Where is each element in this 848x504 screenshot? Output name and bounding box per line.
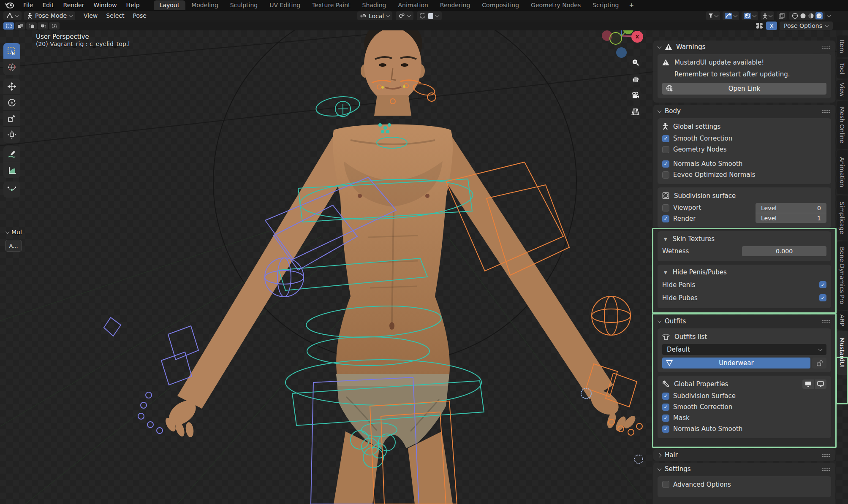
panel-settings-header[interactable]: Settings [653, 463, 835, 475]
zoom-icon[interactable] [629, 56, 642, 69]
tool-select-box[interactable] [3, 43, 20, 59]
checkbox-smooth-correction[interactable]: ✓ [662, 135, 669, 142]
checkbox-gp-normals-auto-smooth[interactable]: ✓ [662, 425, 669, 433]
outfit-lock-button[interactable] [812, 358, 826, 369]
mirror-x-toggle[interactable]: X [766, 22, 777, 30]
workspace-tab-shading[interactable]: Shading [356, 0, 392, 10]
shading-wireframe-button[interactable] [791, 12, 799, 19]
tool-scale[interactable] [3, 111, 20, 127]
xray-pose-dropdown[interactable] [761, 11, 774, 20]
checkbox-hide-pubes[interactable]: ✓ [819, 294, 826, 301]
menu-help[interactable]: Help [122, 1, 144, 9]
workspace-tab-texture-paint[interactable]: Texture Paint [306, 0, 356, 10]
checkbox-eevee-optimized-normals[interactable] [662, 171, 669, 179]
panel-outfits-header[interactable]: Outfits [653, 315, 835, 328]
render-monitor-icon[interactable] [815, 379, 826, 389]
shading-options-chevron[interactable] [827, 13, 831, 17]
viewport-monitor-icon[interactable] [802, 379, 814, 389]
workspace-tab-sculpting[interactable]: Sculpting [224, 0, 264, 10]
workspace-tab-uv-editing[interactable]: UV Editing [264, 0, 306, 10]
menu-render[interactable]: Render [59, 1, 89, 9]
blender-logo-icon[interactable] [4, 1, 15, 9]
tool-rotate[interactable] [3, 95, 20, 111]
sidebar-tab-tool[interactable]: Tool [837, 59, 848, 79]
workspace-tab-modeling[interactable]: Modeling [185, 0, 224, 10]
add-workspace-button[interactable]: + [625, 0, 638, 10]
shading-solid-button[interactable] [799, 12, 807, 19]
overlays-toggle[interactable] [742, 11, 758, 20]
sidebar-tab-view[interactable]: View [837, 80, 848, 100]
checkbox-geometry-nodes[interactable] [662, 146, 669, 153]
shading-material-button[interactable] [807, 12, 815, 19]
subdiv-viewport-level-field[interactable]: Level 0 [756, 203, 826, 213]
panel-drag-grip[interactable] [822, 109, 831, 113]
snapping-dropdown[interactable] [396, 11, 413, 20]
pan-hand-icon[interactable] [629, 72, 642, 85]
tool-cursor[interactable] [3, 59, 20, 75]
workspace-tab-layout[interactable]: Layout [154, 0, 186, 10]
menu-view[interactable]: View [79, 11, 102, 20]
pose-options-dropdown[interactable]: Pose Options [780, 22, 833, 30]
tool-measure[interactable] [3, 162, 20, 178]
checkbox-gp-mask[interactable]: ✓ [662, 415, 669, 422]
gizmos-toggle[interactable] [723, 11, 739, 20]
checkbox-hide-penis[interactable]: ✓ [819, 281, 826, 288]
workspace-tab-rendering[interactable]: Rendering [434, 0, 476, 10]
sidebar-tab-bone-dynamics-pro[interactable]: Bone Dynamics Pro [837, 241, 848, 310]
menu-file[interactable]: File [19, 1, 38, 9]
tool-move[interactable] [3, 79, 20, 95]
menu-window[interactable]: Window [89, 1, 121, 9]
subdiv-render-level-field[interactable]: Level 1 [756, 213, 826, 223]
hide-subpanel-header[interactable]: ▼ Hide Penis/Pubes [662, 266, 826, 278]
select-mode-subtract-button[interactable] [26, 22, 37, 30]
transform-orientation-dropdown[interactable]: Local [357, 11, 392, 20]
tool-transform[interactable] [3, 127, 20, 143]
mode-selector[interactable]: Pose Mode [24, 11, 75, 20]
sidebar-tab-arp[interactable]: ARP [837, 311, 848, 330]
sidebar-tab-mustardui[interactable]: MustardUI [837, 331, 848, 375]
gizmo-minus-y-axis[interactable] [609, 32, 622, 45]
menu-pose[interactable]: Pose [128, 11, 150, 20]
perspective-grid-icon[interactable] [629, 105, 642, 118]
outfit-select-dropdown[interactable]: Default [662, 344, 826, 355]
checkbox-subdiv-viewport[interactable] [662, 204, 669, 211]
panel-drag-grip[interactable] [822, 467, 831, 471]
workspace-tab-animation[interactable]: Animation [392, 0, 434, 10]
select-mode-new-button[interactable] [3, 22, 14, 30]
shading-rendered-button[interactable] [815, 12, 823, 19]
checkbox-normals-auto-smooth[interactable]: ✓ [662, 160, 669, 168]
outfit-underwear-button[interactable]: Underwear [662, 358, 810, 369]
sidebar-tab-mesh-online[interactable]: Mesh Online [837, 101, 848, 149]
panel-body-header[interactable]: Body [653, 105, 835, 117]
camera-view-icon[interactable] [629, 89, 642, 102]
checkbox-gp-smooth-correction[interactable]: ✓ [662, 404, 669, 411]
menu-edit[interactable]: Edit [38, 1, 58, 9]
workspace-tab-compositing[interactable]: Compositing [476, 0, 525, 10]
checkbox-advanced-options[interactable] [662, 481, 669, 488]
panel-hair-header[interactable]: Hair [653, 449, 835, 461]
panel-warnings-header[interactable]: Warnings [653, 41, 835, 53]
workspace-tab-scripting[interactable]: Scripting [587, 0, 625, 10]
checkbox-subdiv-render[interactable]: ✓ [662, 215, 669, 222]
sidebar-tab-item[interactable]: Item [837, 35, 848, 57]
gizmo-x-axis[interactable]: X [631, 31, 643, 43]
panel-drag-grip[interactable] [822, 320, 831, 323]
skin-textures-subpanel-header[interactable]: ▼ Skin Textures [662, 233, 826, 245]
sidebar-tab-simplicage[interactable]: Simplicage [837, 195, 848, 240]
workspace-tab-geometry-nodes[interactable]: Geometry Nodes [525, 0, 587, 10]
select-mode-extend-button[interactable] [15, 22, 25, 30]
editor-type-button[interactable] [3, 11, 22, 20]
tool-pose-breakdowner[interactable] [3, 182, 20, 198]
checkbox-gp-subdivision-surface[interactable]: ✓ [662, 393, 669, 400]
open-link-button[interactable]: Open Link [662, 83, 826, 95]
panel-drag-grip[interactable] [822, 45, 831, 49]
multiview-toggle[interactable] [777, 11, 787, 20]
proportional-editing-dropdown[interactable] [417, 11, 442, 20]
operator-panel-header[interactable]: Mul [6, 229, 22, 236]
menu-select[interactable]: Select [102, 11, 128, 20]
operator-redo-button[interactable]: A... [5, 240, 22, 252]
select-mode-intersect-button[interactable] [49, 22, 60, 30]
gizmo-minus-z-axis[interactable] [616, 47, 627, 58]
visibility-filter-dropdown[interactable] [706, 11, 720, 20]
tool-annotate[interactable] [3, 146, 20, 162]
